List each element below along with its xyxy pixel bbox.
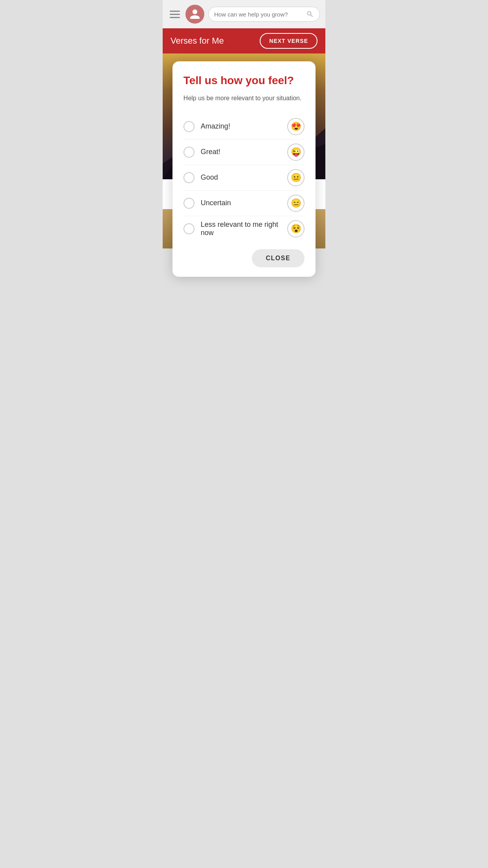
option-left-great: Great! — [183, 147, 220, 158]
option-row-amazing[interactable]: Amazing! 😍 — [183, 114, 305, 140]
emoji-less-relevant: 😵 — [287, 220, 305, 237]
emoji-uncertain: 😑 — [287, 195, 305, 212]
modal-overlay: Tell us how you feel? Help us be more re… — [163, 61, 325, 277]
radio-good[interactable] — [183, 172, 194, 183]
radio-great[interactable] — [183, 147, 194, 158]
option-left-less-relevant: Less relevant to me right now — [183, 221, 287, 237]
option-label-uncertain: Uncertain — [201, 199, 231, 207]
red-banner: Verses for Me NEXT VERSE — [163, 28, 325, 53]
option-left-good: Good — [183, 172, 218, 183]
option-row-good[interactable]: Good 😐 — [183, 165, 305, 191]
radio-less-relevant[interactable] — [183, 223, 194, 234]
header — [163, 0, 325, 28]
close-btn-row: CLOSE — [183, 249, 305, 267]
radio-uncertain[interactable] — [183, 198, 194, 209]
option-row-less-relevant[interactable]: Less relevant to me right now 😵 — [183, 216, 305, 241]
next-verse-button[interactable]: NEXT VERSE — [260, 33, 317, 49]
radio-amazing[interactable] — [183, 121, 194, 132]
search-icon — [306, 10, 314, 18]
emoji-great: 😜 — [287, 143, 305, 161]
modal-title: Tell us how you feel? — [183, 74, 305, 87]
menu-button[interactable] — [168, 9, 182, 20]
options-list: Amazing! 😍 Great! 😜 Good 😐 Uncertain 😑 — [183, 114, 305, 241]
search-input[interactable] — [214, 11, 303, 18]
feedback-modal: Tell us how you feel? Help us be more re… — [172, 61, 316, 277]
option-label-less-relevant: Less relevant to me right now — [201, 221, 287, 237]
option-left-amazing: Amazing! — [183, 121, 230, 132]
close-button[interactable]: CLOSE — [252, 249, 305, 267]
avatar[interactable] — [185, 5, 204, 24]
modal-subtitle: Help us be more relevant to your situati… — [183, 94, 305, 103]
card-container: Tell us how you feel? Help us be more re… — [163, 53, 325, 209]
option-left-uncertain: Uncertain — [183, 198, 231, 209]
option-label-good: Good — [201, 173, 218, 182]
emoji-amazing: 😍 — [287, 118, 305, 135]
option-row-uncertain[interactable]: Uncertain 😑 — [183, 191, 305, 216]
banner-title: Verses for Me — [171, 36, 224, 46]
user-icon — [189, 8, 201, 20]
search-bar[interactable] — [208, 7, 320, 22]
emoji-good: 😐 — [287, 169, 305, 186]
option-label-great: Great! — [201, 148, 220, 156]
option-label-amazing: Amazing! — [201, 122, 230, 131]
option-row-great[interactable]: Great! 😜 — [183, 140, 305, 165]
